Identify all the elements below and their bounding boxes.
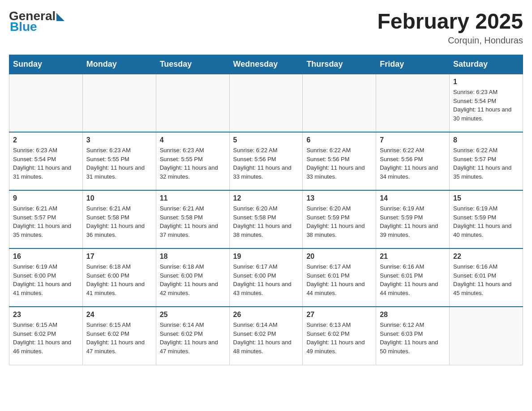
table-row: 28Sunrise: 6:12 AMSunset: 6:03 PMDayligh… xyxy=(376,307,450,365)
table-row xyxy=(82,74,156,132)
day-number: 15 xyxy=(453,194,519,202)
col-monday: Monday xyxy=(82,55,156,74)
day-info: Sunrise: 6:16 AMSunset: 6:01 PMDaylight:… xyxy=(380,262,446,297)
table-row: 1Sunrise: 6:23 AMSunset: 5:54 PMDaylight… xyxy=(450,74,523,132)
table-row xyxy=(229,74,303,132)
title-area: February 2025 Corquin, Honduras xyxy=(377,9,523,46)
day-number: 3 xyxy=(86,136,152,144)
day-info: Sunrise: 6:14 AMSunset: 6:02 PMDaylight:… xyxy=(233,321,299,355)
table-row: 17Sunrise: 6:18 AMSunset: 6:00 PMDayligh… xyxy=(82,248,156,307)
col-wednesday: Wednesday xyxy=(229,55,303,74)
table-row: 19Sunrise: 6:17 AMSunset: 6:00 PMDayligh… xyxy=(229,248,303,307)
table-row: 5Sunrise: 6:22 AMSunset: 5:56 PMDaylight… xyxy=(229,132,303,190)
day-info: Sunrise: 6:18 AMSunset: 6:00 PMDaylight:… xyxy=(86,262,152,297)
table-row: 23Sunrise: 6:15 AMSunset: 6:02 PMDayligh… xyxy=(9,307,83,365)
table-row xyxy=(376,74,450,132)
table-row: 15Sunrise: 6:19 AMSunset: 5:59 PMDayligh… xyxy=(450,190,523,248)
table-row xyxy=(450,307,523,365)
day-info: Sunrise: 6:13 AMSunset: 6:02 PMDaylight:… xyxy=(306,321,372,355)
col-sunday: Sunday xyxy=(9,55,83,74)
day-number: 23 xyxy=(13,311,79,319)
day-info: Sunrise: 6:22 AMSunset: 5:56 PMDaylight:… xyxy=(233,146,299,181)
table-row: 10Sunrise: 6:21 AMSunset: 5:58 PMDayligh… xyxy=(82,190,156,248)
day-info: Sunrise: 6:19 AMSunset: 5:59 PMDaylight:… xyxy=(453,204,519,239)
day-info: Sunrise: 6:21 AMSunset: 5:57 PMDaylight:… xyxy=(13,204,79,239)
day-info: Sunrise: 6:22 AMSunset: 5:56 PMDaylight:… xyxy=(380,146,446,181)
table-row: 16Sunrise: 6:19 AMSunset: 6:00 PMDayligh… xyxy=(9,248,83,307)
day-info: Sunrise: 6:23 AMSunset: 5:55 PMDaylight:… xyxy=(86,146,152,181)
month-title: February 2025 xyxy=(377,9,523,34)
table-row: 24Sunrise: 6:15 AMSunset: 6:02 PMDayligh… xyxy=(82,307,156,365)
day-info: Sunrise: 6:21 AMSunset: 5:58 PMDaylight:… xyxy=(160,204,226,239)
table-row: 26Sunrise: 6:14 AMSunset: 6:02 PMDayligh… xyxy=(229,307,303,365)
day-info: Sunrise: 6:17 AMSunset: 6:00 PMDaylight:… xyxy=(233,262,299,297)
table-row xyxy=(9,74,83,132)
table-row: 9Sunrise: 6:21 AMSunset: 5:57 PMDaylight… xyxy=(9,190,83,248)
day-info: Sunrise: 6:23 AMSunset: 5:54 PMDaylight:… xyxy=(453,88,519,123)
location-text: Corquin, Honduras xyxy=(377,35,523,46)
day-number: 16 xyxy=(13,253,79,261)
day-info: Sunrise: 6:19 AMSunset: 5:59 PMDaylight:… xyxy=(380,204,446,239)
day-number: 28 xyxy=(380,311,446,319)
day-number: 11 xyxy=(160,194,226,202)
day-info: Sunrise: 6:20 AMSunset: 5:59 PMDaylight:… xyxy=(306,204,372,239)
day-number: 8 xyxy=(453,136,519,144)
table-row xyxy=(303,74,376,132)
day-number: 2 xyxy=(13,136,79,144)
calendar-week-row: 9Sunrise: 6:21 AMSunset: 5:57 PMDaylight… xyxy=(9,190,523,248)
table-row: 3Sunrise: 6:23 AMSunset: 5:55 PMDaylight… xyxy=(82,132,156,190)
table-row: 7Sunrise: 6:22 AMSunset: 5:56 PMDaylight… xyxy=(376,132,450,190)
table-row: 4Sunrise: 6:23 AMSunset: 5:55 PMDaylight… xyxy=(156,132,229,190)
day-number: 13 xyxy=(306,194,372,202)
day-number: 1 xyxy=(453,78,519,86)
day-info: Sunrise: 6:21 AMSunset: 5:58 PMDaylight:… xyxy=(86,204,152,239)
table-row: 11Sunrise: 6:21 AMSunset: 5:58 PMDayligh… xyxy=(156,190,229,248)
page-header: General Blue February 2025 Corquin, Hond… xyxy=(9,9,523,46)
day-info: Sunrise: 6:18 AMSunset: 6:00 PMDaylight:… xyxy=(160,262,226,297)
logo-blue-text: Blue xyxy=(10,20,37,34)
day-number: 7 xyxy=(380,136,446,144)
col-friday: Friday xyxy=(376,55,450,74)
col-tuesday: Tuesday xyxy=(156,55,229,74)
table-row: 25Sunrise: 6:14 AMSunset: 6:02 PMDayligh… xyxy=(156,307,229,365)
table-row: 12Sunrise: 6:20 AMSunset: 5:58 PMDayligh… xyxy=(229,190,303,248)
calendar-table: Sunday Monday Tuesday Wednesday Thursday… xyxy=(9,55,523,365)
col-saturday: Saturday xyxy=(450,55,523,74)
day-info: Sunrise: 6:15 AMSunset: 6:02 PMDaylight:… xyxy=(13,321,79,355)
calendar-week-row: 23Sunrise: 6:15 AMSunset: 6:02 PMDayligh… xyxy=(9,307,523,365)
day-number: 5 xyxy=(233,136,299,144)
table-row: 27Sunrise: 6:13 AMSunset: 6:02 PMDayligh… xyxy=(303,307,376,365)
day-number: 18 xyxy=(160,253,226,261)
day-info: Sunrise: 6:14 AMSunset: 6:02 PMDaylight:… xyxy=(160,321,226,355)
table-row: 2Sunrise: 6:23 AMSunset: 5:54 PMDaylight… xyxy=(9,132,83,190)
day-number: 20 xyxy=(306,253,372,261)
day-number: 14 xyxy=(380,194,446,202)
table-row: 8Sunrise: 6:22 AMSunset: 5:57 PMDaylight… xyxy=(450,132,523,190)
table-row: 13Sunrise: 6:20 AMSunset: 5:59 PMDayligh… xyxy=(303,190,376,248)
day-number: 27 xyxy=(306,311,372,319)
day-info: Sunrise: 6:23 AMSunset: 5:54 PMDaylight:… xyxy=(13,146,79,181)
table-row xyxy=(156,74,229,132)
day-number: 10 xyxy=(86,194,152,202)
day-info: Sunrise: 6:22 AMSunset: 5:56 PMDaylight:… xyxy=(306,146,372,181)
day-info: Sunrise: 6:17 AMSunset: 6:01 PMDaylight:… xyxy=(306,262,372,297)
calendar-week-row: 16Sunrise: 6:19 AMSunset: 6:00 PMDayligh… xyxy=(9,248,523,307)
day-number: 12 xyxy=(233,194,299,202)
day-number: 22 xyxy=(453,253,519,261)
day-number: 21 xyxy=(380,253,446,261)
table-row: 14Sunrise: 6:19 AMSunset: 5:59 PMDayligh… xyxy=(376,190,450,248)
col-thursday: Thursday xyxy=(303,55,376,74)
day-info: Sunrise: 6:16 AMSunset: 6:01 PMDaylight:… xyxy=(453,262,519,297)
day-info: Sunrise: 6:23 AMSunset: 5:55 PMDaylight:… xyxy=(160,146,226,181)
calendar-header-row: Sunday Monday Tuesday Wednesday Thursday… xyxy=(9,55,523,74)
table-row: 22Sunrise: 6:16 AMSunset: 6:01 PMDayligh… xyxy=(450,248,523,307)
day-info: Sunrise: 6:20 AMSunset: 5:58 PMDaylight:… xyxy=(233,204,299,239)
day-number: 4 xyxy=(160,136,226,144)
day-info: Sunrise: 6:22 AMSunset: 5:57 PMDaylight:… xyxy=(453,146,519,181)
day-info: Sunrise: 6:12 AMSunset: 6:03 PMDaylight:… xyxy=(380,321,446,355)
calendar-week-row: 2Sunrise: 6:23 AMSunset: 5:54 PMDaylight… xyxy=(9,132,523,190)
day-number: 25 xyxy=(160,311,226,319)
logo: General Blue xyxy=(9,9,64,34)
table-row: 20Sunrise: 6:17 AMSunset: 6:01 PMDayligh… xyxy=(303,248,376,307)
day-number: 9 xyxy=(13,194,79,202)
